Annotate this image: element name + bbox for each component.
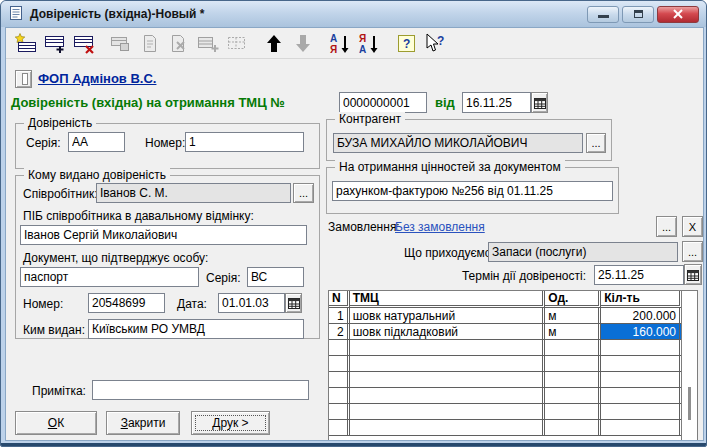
cell-tmc[interactable]: шовк підкладковий (350, 324, 546, 340)
cell-qty-selected[interactable]: 160.000 (601, 324, 681, 340)
spivrobitnyk-browse-button[interactable]: ... (293, 183, 314, 203)
empty-cell[interactable] (601, 372, 681, 388)
col-header-n[interactable]: N (329, 291, 350, 308)
cell-tmc[interactable]: шовк натуральний (350, 308, 546, 324)
cell-od[interactable]: м (545, 324, 601, 340)
table-header-row: N ТМЦ Од. Кіл-ть (329, 291, 681, 308)
empty-cell[interactable] (601, 356, 681, 372)
firm-select-button[interactable] (15, 70, 32, 88)
col-header-od[interactable]: Од. (545, 291, 601, 308)
doc-date-calendar-button[interactable] (531, 92, 548, 113)
termin-label: Термін дії довіреності: (438, 269, 586, 283)
passport-date-input[interactable] (218, 293, 285, 313)
empty-cell[interactable] (545, 356, 601, 372)
insert-table-button[interactable] (196, 31, 220, 55)
empty-cell[interactable] (601, 404, 681, 420)
empty-cell[interactable] (350, 356, 546, 372)
empty-cell[interactable] (601, 340, 681, 356)
ok-button[interactable]: ОК (15, 411, 97, 435)
empty-cell[interactable] (601, 420, 681, 436)
cell-qty[interactable]: 200.000 (601, 308, 681, 324)
help-button[interactable]: ? (394, 31, 418, 55)
empty-cell[interactable] (545, 340, 601, 356)
doc-seriya-label: Серія: (206, 271, 241, 285)
prykhod-browse-button[interactable]: ... (682, 241, 703, 262)
passport-date-calendar-button[interactable] (285, 293, 302, 313)
context-help-button[interactable]: ? (423, 31, 447, 55)
termin-calendar-button[interactable] (684, 264, 702, 285)
document-basis-input[interactable] (332, 181, 613, 201)
paste-row-button[interactable] (138, 31, 162, 55)
print-button[interactable]: Друк > (191, 411, 270, 435)
table-grid-button[interactable] (225, 31, 249, 55)
calendar-icon (687, 269, 699, 281)
empty-cell[interactable] (329, 404, 350, 420)
pib-label: ПІБ співробітника в давальному відмінку: (23, 209, 254, 223)
close-button[interactable] (657, 6, 699, 23)
seriya-input[interactable] (68, 132, 125, 152)
scrollbar-thumb[interactable] (688, 387, 691, 420)
empty-cell[interactable] (545, 420, 601, 436)
vydan-input[interactable] (88, 319, 304, 339)
ellipsis-icon: ... (688, 247, 697, 257)
empty-cell[interactable] (350, 404, 546, 420)
maximize-button[interactable] (622, 6, 654, 23)
empty-cell[interactable] (350, 420, 546, 436)
termin-input[interactable] (594, 265, 684, 285)
new-row-button[interactable] (14, 31, 38, 55)
empty-cell[interactable] (545, 372, 601, 388)
empty-cell[interactable] (329, 356, 350, 372)
komu-group-title: Кому видано довіреність (24, 168, 170, 182)
empty-cell[interactable] (545, 388, 601, 404)
cell-row-number[interactable]: 2 (329, 324, 350, 340)
empty-cell[interactable] (329, 420, 350, 436)
client-area: А Я Я А ? (5, 27, 704, 441)
doc-number-input[interactable] (339, 92, 427, 113)
col-header-qty[interactable]: Кіл-ть (601, 291, 681, 308)
move-up-button[interactable] (262, 31, 286, 55)
empty-cell[interactable] (350, 340, 546, 356)
kontragent-field[interactable]: БУЗА МИХАЙЛО МИКОЛАЙОВИЧ (333, 133, 583, 153)
delete-row-button[interactable] (72, 31, 96, 55)
doc-nomer-label: Номер: (23, 297, 63, 311)
close-doc-button[interactable]: Закрити (106, 411, 180, 435)
empty-cell[interactable] (329, 372, 350, 388)
minimize-button[interactable] (587, 6, 619, 23)
cell-od[interactable]: м (545, 308, 601, 324)
document-basis-group-title: На отримання цінностей за документом (335, 160, 565, 174)
clear-row-button[interactable] (167, 31, 191, 55)
copy-row-button[interactable] (109, 31, 133, 55)
empty-cell[interactable] (350, 372, 546, 388)
empty-cell[interactable] (329, 388, 350, 404)
empty-cell[interactable] (329, 340, 350, 356)
doc-seriya-input[interactable] (247, 267, 304, 287)
firm-link[interactable]: ФОП Адмінов В.С. (38, 71, 156, 86)
empty-cell[interactable] (350, 388, 546, 404)
kontragent-browse-button[interactable]: ... (586, 133, 606, 153)
empty-cell[interactable] (601, 388, 681, 404)
prykhod-field[interactable]: Запаси (послуги) (488, 242, 678, 262)
doc-date-input[interactable] (462, 92, 531, 113)
doc-type-input[interactable] (20, 267, 199, 287)
add-row-button[interactable] (43, 31, 67, 55)
zamovlennya-clear-button[interactable]: X (682, 216, 703, 237)
ok-label: К (57, 416, 64, 430)
doc-nomer-input[interactable] (88, 293, 165, 313)
pib-input[interactable] (20, 225, 307, 245)
nomer-input[interactable] (185, 132, 304, 152)
zamovlennya-browse-button[interactable]: ... (656, 216, 677, 237)
spivrobitnyk-label: Співробітник: (23, 187, 98, 201)
sort-asc-button[interactable]: А Я (328, 31, 352, 55)
cell-row-number[interactable]: 1 (329, 308, 350, 324)
titlebar[interactable]: Довіреність (вхідна)-Новый * (1, 1, 706, 27)
prymitka-input[interactable] (92, 380, 309, 400)
table-scrollbar[interactable] (681, 291, 697, 440)
help-icon: ? (397, 34, 416, 53)
zamovlennya-link[interactable]: Без замовлення (395, 220, 485, 234)
sort-desc-button[interactable]: Я А (357, 31, 381, 55)
move-down-button[interactable] (291, 31, 315, 55)
empty-cell[interactable] (545, 404, 601, 420)
spivrobitnyk-field[interactable]: Іванов С. М. (96, 183, 291, 203)
doc-date-label: Дата: (177, 297, 207, 311)
col-header-tmc[interactable]: ТМЦ (350, 291, 546, 308)
